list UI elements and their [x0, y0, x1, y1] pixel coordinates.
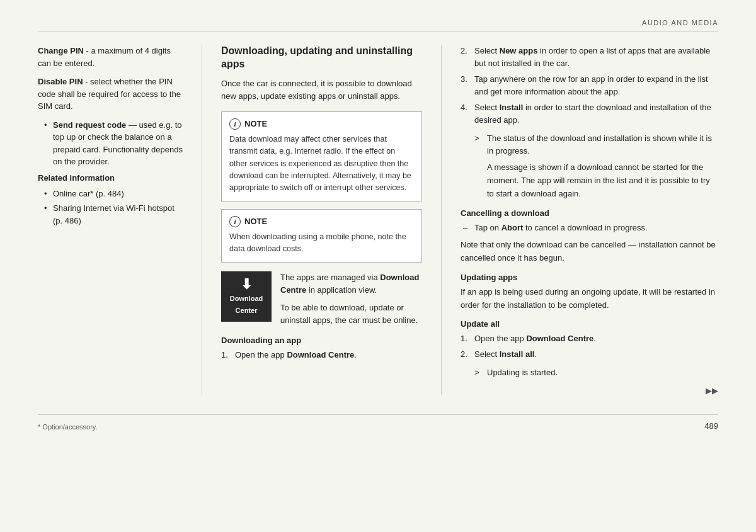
footer-note: * Option/accessory.: [38, 423, 98, 431]
download-para-2: To be able to download, update or uninst…: [280, 302, 422, 327]
header-label: AUDIO AND MEDIA: [642, 19, 718, 26]
disable-pin-label: Disable PIN: [38, 77, 83, 86]
note-header-2: i NOTE: [229, 216, 414, 227]
related-info-title: Related information: [38, 173, 183, 183]
step2-bold: New apps: [500, 46, 538, 55]
download-icon-label-1: Download: [230, 294, 263, 303]
cancel-bold: Abort: [501, 223, 524, 232]
note-label-2: NOTE: [244, 217, 267, 226]
step2-num: 2.: [461, 45, 471, 69]
related-link-1: Online car* (p. 484): [44, 188, 183, 200]
section-title: Downloading, updating and uninstalling a…: [221, 45, 422, 71]
download-text2: in application view.: [306, 285, 377, 295]
left-column: Change PIN - a maximum of 4 digits can b…: [38, 45, 202, 395]
ua-step-2: 2. Select Install all.: [461, 348, 718, 361]
cancel-note: Note that only the download can be cance…: [461, 239, 718, 265]
mid-column: Downloading, updating and uninstalling a…: [202, 45, 441, 395]
arrow-text-1: The status of the download and installat…: [487, 132, 718, 157]
page-number: 489: [704, 421, 718, 431]
ua-step2-bold: Install all: [500, 349, 535, 359]
updating-text: If an app is being used during an ongoin…: [461, 286, 718, 312]
note-icon-2: i: [229, 216, 241, 227]
updating-apps-heading: Updating apps: [461, 273, 718, 282]
cancel-pre: Tap on: [474, 223, 501, 232]
ua-step2-content: Select Install all.: [474, 348, 537, 361]
page-header: AUDIO AND MEDIA: [38, 19, 718, 32]
ua-step1-content: Open the app Download Centre.: [474, 332, 596, 345]
step1-text: Open the app: [235, 350, 287, 359]
ua-arrow-text: Updating is started.: [487, 366, 558, 379]
change-pin-entry: Change PIN - a maximum of 4 digits can b…: [38, 45, 183, 69]
download-icon-label-2: Center: [236, 306, 258, 315]
ua-step1-text: Open the app: [474, 334, 526, 343]
right-column: 2. Select New apps in order to open a li…: [441, 45, 718, 395]
downloading-app-title: Downloading an app: [221, 336, 422, 345]
step4-bold: Install: [500, 103, 524, 112]
change-pin-label: Change PIN: [38, 46, 84, 55]
intro-text: Once the car is connected, it is possibl…: [221, 77, 422, 103]
right-step-3: 3. Tap anywhere on the row for an app in…: [461, 73, 718, 98]
ua-arrow-sym: >: [474, 366, 483, 379]
update-all-heading: Update all: [461, 319, 718, 329]
arrow-sym-1: >: [474, 132, 483, 157]
nav-arrows: ▶▶: [461, 386, 718, 395]
ua-step2-num: 2.: [461, 348, 471, 361]
download-text1: The apps are managed via: [280, 273, 380, 282]
step3-text: Tap anywhere on the row for an app in or…: [474, 73, 718, 98]
note-body-1: Data download may affect other services …: [229, 133, 414, 195]
right-step-2: 2. Select New apps in order to open a li…: [461, 45, 718, 69]
step-1: 1. Open the app Download Centre.: [221, 349, 422, 361]
step2-content: Select New apps in order to open a list …: [474, 45, 718, 69]
dash-sym: –: [463, 222, 471, 234]
ua-step2-pre: Select: [474, 349, 500, 359]
download-para-1: The apps are managed via Download Centre…: [280, 271, 422, 297]
step1-content: Open the app Download Centre.: [235, 349, 357, 361]
update-all-steps: 1. Open the app Download Centre. 2. Sele…: [461, 332, 718, 360]
footer: * Option/accessory. 489: [38, 414, 718, 431]
cancel-download-heading: Cancelling a download: [461, 208, 718, 218]
ua-step-1: 1. Open the app Download Centre.: [461, 332, 718, 345]
step1-end: .: [354, 350, 357, 359]
note-icon-1: i: [229, 118, 241, 130]
ua-step2-end: .: [534, 349, 537, 359]
download-center-icon: ⬇ Download Center: [221, 271, 272, 322]
download-block: ⬇ Download Center The apps are managed v…: [221, 271, 422, 327]
note-body-2: When downloading using a mobile phone, n…: [229, 231, 414, 256]
send-request-label: Send request code: [53, 120, 126, 130]
arrow-item-1: > The status of the download and install…: [474, 132, 718, 157]
right-step-4: 4. Select Install in order to start the …: [461, 101, 718, 126]
step4-num: 4.: [461, 101, 471, 126]
related-links-list: Online car* (p. 484) Sharing Internet vi…: [44, 188, 183, 227]
cancel-content: Tap on Abort to cancel a download in pro…: [474, 222, 648, 234]
downloading-steps: 1. Open the app Download Centre.: [221, 349, 422, 361]
cancel-item: – Tap on Abort to cancel a download in p…: [463, 222, 718, 234]
ua-step1-bold: Download Centre: [526, 334, 593, 343]
note-header-1: i NOTE: [229, 118, 414, 130]
disable-pin-entry: Disable PIN - select whether the PIN cod…: [38, 76, 183, 113]
note-label-1: NOTE: [244, 119, 267, 128]
note-box-2: i NOTE When downloading using a mobile p…: [221, 209, 422, 263]
step4-pre: Select: [474, 103, 500, 112]
cloud-download-icon: ⬇: [241, 278, 252, 291]
right-indent-block: > The status of the download and install…: [474, 132, 718, 201]
nav-arrows-symbol: ▶▶: [706, 386, 718, 395]
ua-arrow-item: > Updating is started.: [474, 366, 718, 379]
cancel-post: to cancel a download in progress.: [523, 223, 647, 232]
step4-content: Select Install in order to start the dow…: [474, 101, 718, 126]
list-item-send-request: Send request code — used e.g. to top up …: [44, 119, 183, 168]
step1-num: 1.: [221, 349, 231, 361]
ua-step1-num: 1.: [461, 332, 471, 345]
bullet-list-left: Send request code — used e.g. to top up …: [44, 119, 183, 168]
step1-bold: Download Centre: [287, 350, 354, 359]
cancel-list: – Tap on Abort to cancel a download in p…: [463, 222, 718, 234]
step3-num: 3.: [461, 73, 471, 98]
right-steps-list: 2. Select New apps in order to open a li…: [461, 45, 718, 126]
note-box-1: i NOTE Data download may affect other se…: [221, 111, 422, 201]
ua-arrow-block: > Updating is started.: [474, 366, 718, 379]
download-description: The apps are managed via Download Centre…: [280, 271, 422, 327]
related-link-2: Sharing Internet via Wi-Fi hotspot (p. 4…: [44, 202, 183, 227]
step2-pre: Select: [474, 46, 500, 55]
arrow-para-1: A message is shown if a download cannot …: [487, 161, 718, 200]
page: AUDIO AND MEDIA Change PIN - a maximum o…: [0, 0, 756, 532]
ua-step1-end: .: [593, 334, 596, 343]
